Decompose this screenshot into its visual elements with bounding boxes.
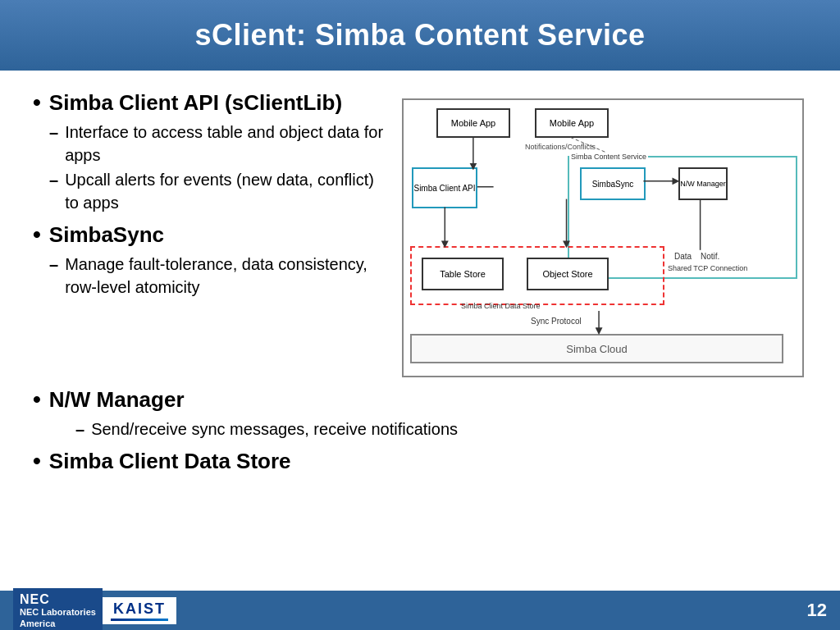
footer-logos: NEC NEC Laboratories America KAIST: [13, 588, 176, 630]
sub-item-2-1: Manage fault-tolerance, data consistency…: [49, 253, 386, 299]
page-number: 12: [807, 600, 827, 621]
table-store-box: Table Store: [422, 258, 504, 290]
mobile-app-2-box: Mobile App: [535, 108, 609, 138]
data-label: Data: [674, 252, 692, 261]
shared-tcp-label: Shared TCP Connection: [668, 264, 747, 274]
diagram-container: Mobile App Mobile App Notifications/Conf…: [402, 98, 804, 377]
left-column: Simba Client API (sClientLib) Interface …: [33, 90, 386, 377]
kaist-text: KAIST: [113, 600, 166, 618]
mobile-app-1-box: Mobile App: [436, 108, 510, 138]
slide-footer: NEC NEC Laboratories America KAIST 12: [0, 591, 840, 630]
sub-list-1: Interface to access table and object dat…: [49, 121, 386, 214]
nec-logo: NEC NEC Laboratories America: [13, 588, 103, 630]
simbasync-box: SimbaSync: [580, 167, 646, 200]
kaist-logo: KAIST: [103, 597, 176, 624]
notifications-label: Notifications/Conflicts: [525, 143, 596, 151]
object-store-box: Object Store: [527, 258, 609, 290]
main-content: Simba Client API (sClientLib) Interface …: [0, 71, 840, 377]
scds-label: Simba Client Data Store: [461, 302, 541, 310]
bullet-item-4: Simba Client Data Store: [33, 449, 807, 474]
bullet-list: Simba Client API (sClientLib) Interface …: [33, 90, 386, 299]
sub-list-2: Manage fault-tolerance, data consistency…: [49, 253, 386, 299]
scs-label: Simba Content Service: [569, 153, 648, 161]
notif-label: Notif.: [701, 252, 719, 261]
slide-header: sClient: Simba Content Service: [0, 0, 840, 71]
nw-manager-box: N/W Manager: [678, 167, 728, 200]
architecture-diagram: Mobile App Mobile App Notifications/Conf…: [402, 98, 804, 377]
bottom-bullets: N/W Manager Send/receive sync messages, …: [0, 377, 840, 474]
sub-item-3-1: Send/receive sync messages, receive noti…: [75, 418, 807, 441]
slide-title: sClient: Simba Content Service: [33, 18, 807, 52]
bottom-bullet-list-2: Simba Client Data Store: [33, 449, 807, 474]
nec-america-text: America: [20, 619, 96, 629]
diagram-area: Mobile App Mobile App Notifications/Conf…: [402, 90, 807, 377]
sync-protocol-label: Sync Protocol: [531, 317, 582, 326]
nec-text: NEC: [20, 591, 96, 607]
sub-item-1-2: Upcall alerts for events (new data, conf…: [49, 168, 386, 214]
nec-labs-text: NEC Laboratories: [20, 607, 96, 618]
simba-cloud-box: Simba Cloud: [410, 334, 783, 363]
kaist-underline: [111, 619, 168, 621]
bullet-item-2: SimbaSync: [33, 222, 386, 248]
bullet-item-1: Simba Client API (sClientLib): [33, 90, 386, 116]
sub-list-3: Send/receive sync messages, receive noti…: [75, 418, 807, 441]
simba-client-api-box: Simba Client API: [412, 167, 477, 208]
bottom-bullet-list: N/W Manager: [33, 387, 807, 413]
bullet-item-3: N/W Manager: [33, 387, 807, 413]
sub-item-1-1: Interface to access table and object dat…: [49, 121, 386, 167]
